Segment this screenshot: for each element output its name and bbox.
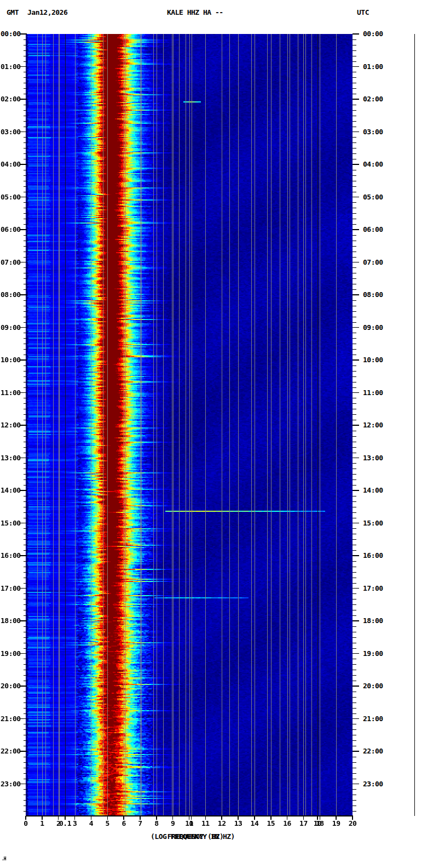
freq-label-log: 1 <box>183 819 200 827</box>
hour-label-right: 16:00 <box>363 551 383 559</box>
minor-tick-left <box>24 94 27 94</box>
major-tick-right <box>353 392 359 393</box>
hour-label-left: 04:00 <box>1 160 21 168</box>
minor-tick-right <box>353 442 356 442</box>
minor-tick-right <box>353 121 356 122</box>
hour-label-right: 15:00 <box>363 519 383 527</box>
minor-tick-right <box>353 561 356 562</box>
minor-tick-left <box>24 322 27 323</box>
minor-tick-right <box>353 675 356 676</box>
minor-tick-right <box>353 241 356 241</box>
minor-tick-right <box>353 593 356 594</box>
minor-tick-right <box>353 317 356 317</box>
minor-tick-left <box>24 708 27 709</box>
minor-tick-right <box>353 681 356 681</box>
freq-label-linear: 13 <box>230 819 246 827</box>
minor-tick-right <box>353 142 356 143</box>
minor-tick-left <box>24 762 27 763</box>
minor-tick-right <box>353 306 356 306</box>
minor-tick-left <box>24 561 27 562</box>
hour-label-right: 02:00 <box>363 95 383 103</box>
minor-tick-left <box>24 300 27 301</box>
minor-tick-left <box>24 572 27 573</box>
minor-tick-left <box>24 39 27 40</box>
minor-tick-left <box>24 528 27 529</box>
minor-tick-left <box>24 72 27 72</box>
minor-tick-right <box>353 235 356 236</box>
minor-tick-left <box>24 768 27 768</box>
minor-tick-right <box>353 648 356 649</box>
major-tick-right <box>353 99 359 100</box>
hour-label-right: 23:00 <box>363 780 383 788</box>
minor-tick-left <box>24 431 27 431</box>
minor-tick-left <box>24 153 27 154</box>
hour-label-right: 12:00 <box>363 421 383 429</box>
minor-tick-left <box>24 110 27 111</box>
minor-tick-left <box>24 235 27 236</box>
hour-label-left: 17:00 <box>1 584 21 592</box>
minor-tick-right <box>353 463 356 464</box>
hour-label-right: 05:00 <box>363 193 383 201</box>
minor-tick-left <box>24 213 27 214</box>
major-tick-left <box>20 294 27 295</box>
hour-label-left: 20:00 <box>1 682 21 690</box>
minor-tick-right <box>353 692 356 692</box>
minor-tick-left <box>24 550 27 551</box>
minor-tick-right <box>353 267 356 268</box>
minor-tick-left <box>24 241 27 241</box>
hour-label-right: 11:00 <box>363 389 383 397</box>
minor-tick-left <box>24 403 27 404</box>
hour-label-left: 22:00 <box>1 747 21 755</box>
minor-tick-right <box>353 208 356 208</box>
minor-tick-right <box>353 414 356 415</box>
minor-tick-right <box>353 77 356 78</box>
freq-label-log: 0.1 <box>57 819 73 827</box>
minor-tick-left <box>24 545 27 545</box>
minor-tick-right <box>353 45 356 45</box>
minor-tick-left <box>24 463 27 464</box>
minor-tick-left <box>24 409 27 409</box>
minor-tick-right <box>353 127 356 127</box>
minor-tick-left <box>24 773 27 774</box>
minor-tick-right <box>353 192 356 192</box>
hour-label-right: 10:00 <box>363 356 383 364</box>
freq-label-linear: 12 <box>213 819 230 827</box>
minor-tick-right <box>353 300 356 301</box>
date-label: Jan12,2026 <box>27 8 67 16</box>
minor-tick-left <box>24 56 27 56</box>
minor-tick-left <box>24 45 27 45</box>
minor-tick-right <box>353 572 356 573</box>
minor-tick-right <box>353 789 356 790</box>
major-tick-left <box>20 458 27 459</box>
minor-tick-right <box>353 453 356 453</box>
major-tick-right <box>353 523 359 524</box>
minor-tick-right <box>353 604 356 605</box>
hour-label-right: 17:00 <box>363 584 383 592</box>
minor-tick-right <box>353 246 356 247</box>
minor-tick-right <box>353 447 356 448</box>
hour-label-left: 15:00 <box>1 519 21 527</box>
minor-tick-right <box>353 735 356 735</box>
major-tick-left <box>20 523 27 524</box>
minor-tick-left <box>24 414 27 415</box>
minor-tick-left <box>24 507 27 507</box>
minor-tick-right <box>353 148 356 149</box>
major-tick-right <box>353 653 359 654</box>
hour-label-right: 20:00 <box>363 682 383 690</box>
major-tick-right <box>353 66 359 67</box>
major-tick-right <box>353 751 359 752</box>
hour-label-right: 14:00 <box>363 486 383 494</box>
minor-tick-right <box>353 578 356 578</box>
major-tick-left <box>20 392 27 393</box>
minor-tick-right <box>353 479 356 480</box>
minor-tick-left <box>24 170 27 170</box>
major-tick-right <box>353 718 359 719</box>
minor-tick-right <box>353 398 356 398</box>
hour-label-right: 22:00 <box>363 747 383 755</box>
major-tick-left <box>20 99 27 100</box>
hour-label-left: 14:00 <box>1 486 21 494</box>
minor-tick-right <box>353 539 356 540</box>
minor-tick-left <box>24 643 27 643</box>
spectrogram-page: GMT Jan12,2026 KALE HHZ HA -- UTC 00:000… <box>0 0 439 868</box>
major-tick-left <box>20 620 27 621</box>
